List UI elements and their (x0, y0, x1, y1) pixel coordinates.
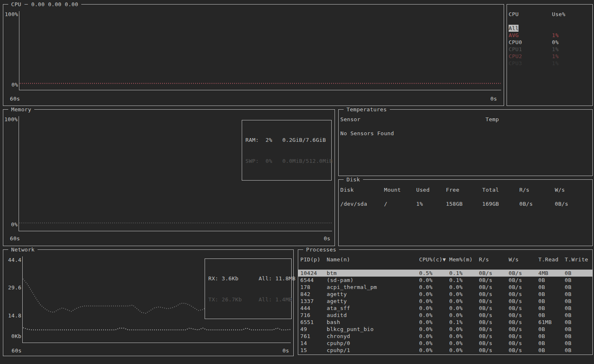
processes-panel[interactable]: Processes PID(p) Name(n) CPU%(c)▼ Mem%(m… (298, 249, 593, 355)
network-panel[interactable]: Network 44.4 29.6 14.8 0Kb RX: 3.6Kb All… (3, 249, 294, 356)
network-y-label-1: 14.8 (5, 312, 21, 319)
rx-legend-line: RX: 3.6Kb All: 11.8MB (208, 275, 288, 282)
cpu-cell: 0.0% (419, 277, 449, 284)
process-row[interactable]: 10424 btm 0.5% 0.1% 0B/s 0B/s 4MB 0B (298, 270, 592, 277)
cpu-x-right-label: 0s (490, 95, 497, 102)
read-rate-cell: 0B/s (479, 312, 509, 319)
process-row[interactable]: 6544 (sd-pam) 0.0% 0.1% 0B/s 0B/s 0B 0B (298, 277, 592, 284)
read-rate-cell: 0B/s (479, 333, 509, 340)
total-write-cell: 0B (565, 284, 592, 291)
process-row[interactable]: 444 ata_sff 0.0% 0.0% 0B/s 0B/s 0B 0B (298, 305, 592, 312)
ram-legend-line: RAM: 2% 0.2GiB/7.6GiB (245, 136, 328, 143)
cpu-name-cell: All (509, 25, 552, 32)
name-cell: bash (327, 319, 419, 326)
cpu-chart-area (19, 11, 501, 90)
disk-panel[interactable]: Disk Disk Mount Used Free Total R/s W/s … (338, 179, 593, 246)
total-write-cell: 0B (565, 270, 592, 277)
process-row[interactable]: 1337 agetty 0.0% 0.0% 0B/s 0B/s 0B 0B (298, 298, 592, 305)
cpu-legend-row[interactable]: All (509, 25, 592, 32)
cpu-legend-row[interactable]: CPU3 1% (509, 60, 592, 67)
disk-column-header: Disk (340, 186, 384, 193)
process-row[interactable]: 761 chronyd 0.0% 0.0% 0B/s 0B/s 0B 0B (298, 333, 592, 340)
total-read-cell: 0B (538, 312, 565, 319)
disk-cell: /dev/sda (340, 200, 384, 207)
read-rate-cell: 0B/s (479, 284, 509, 291)
disk-rows: /dev/sda / 1% 158GB 169GB 0B/s 0B/s (339, 200, 592, 207)
memory-panel[interactable]: Memory 100% 0% RAM: 2% 0.2GiB/7.6GiB SWP… (3, 109, 335, 246)
cpu-cell: 0.5% (419, 270, 449, 277)
temperatures-panel[interactable]: Temperatures Sensor Temp No Sensors Foun… (338, 109, 593, 176)
network-panel-title: Network (8, 246, 38, 253)
cpu-legend-header: CPU Use% (509, 11, 592, 18)
total-read-cell: 0B (538, 340, 565, 347)
write-rate-cell: 0B/s (509, 270, 538, 277)
write-rate-column-header[interactable]: W/s (509, 256, 538, 263)
disk-panel-title: Disk (344, 176, 363, 183)
total-write-cell: 0B (565, 312, 592, 319)
cpu-legend-panel[interactable]: CPU Use% All AVG 1% CPU0 0% CPU1 1% CPU2… (507, 4, 593, 106)
cpu-legend-row[interactable]: CPU1 1% (509, 46, 592, 53)
cpu-legend-row[interactable]: CPU0 0% (509, 39, 592, 46)
read-rate-cell: 0B/s (479, 277, 509, 284)
no-sensors-message: No Sensors Found (340, 130, 592, 137)
write-rate-cell: 0B/s (509, 340, 538, 347)
temperatures-header: Sensor Temp (340, 116, 592, 123)
network-y-label-2: 29.6 (5, 284, 21, 291)
total-read-cell: 0B (538, 347, 565, 354)
read-rate-cell: 0B/s (479, 291, 509, 298)
disk-row[interactable]: /dev/sda / 1% 158GB 169GB 0B/s 0B/s (339, 200, 592, 207)
cpu-column-header-sorted[interactable]: CPU%(c)▼ (419, 256, 449, 263)
write-rate-cell: 0B/s (509, 326, 538, 333)
memory-panel-title: Memory (8, 106, 34, 113)
cpu-use-cell: 1% (552, 53, 592, 60)
processes-spacer (298, 263, 592, 270)
read-rate-cell: 0B/s (479, 326, 509, 333)
cpu-chart (19, 11, 501, 90)
read-rate-cell: 0B/s (479, 340, 509, 347)
cpu-use-cell: 1% (552, 60, 592, 67)
total-read-cell: 61MB (538, 319, 565, 326)
process-row[interactable]: 842 agetty 0.0% 0.0% 0B/s 0B/s 0B 0B (298, 291, 592, 298)
process-row[interactable]: 49 blkcg_punt_bio 0.0% 0.0% 0B/s 0B/s 0B… (298, 326, 592, 333)
cpu-cell: 0.0% (419, 305, 449, 312)
process-row[interactable]: 14 cpuhp/0 0.0% 0.0% 0B/s 0B/s 0B 0B (298, 340, 592, 347)
cpu-legend-row[interactable]: CPU2 1% (509, 53, 592, 60)
network-x-left-label: 60s (12, 347, 21, 354)
pid-cell: 178 (300, 284, 327, 291)
process-row[interactable]: 15 cpuhp/1 0.0% 0.0% 0B/s 0B/s 0B 0B (298, 347, 592, 354)
cpu-cell: 0.0% (419, 326, 449, 333)
write-rate-cell: 0B/s (509, 277, 538, 284)
mem-cell: 0.0% (449, 326, 479, 333)
pid-cell: 15 (300, 347, 327, 354)
total-read-column-header[interactable]: T.Read (538, 256, 565, 263)
mount-cell: / (384, 200, 416, 207)
total-read-cell: 0B (538, 305, 565, 312)
pid-column-header[interactable]: PID(p) (300, 256, 327, 263)
mem-cell: 0.1% (449, 319, 479, 326)
write-rate-cell: 0B/s (555, 200, 592, 207)
cpu-cell: 0.0% (419, 284, 449, 291)
mount-column-header: Mount (384, 186, 416, 193)
name-cell: agetty (327, 298, 419, 305)
cpu-name-cell: CPU1 (509, 46, 552, 53)
write-rate-cell: 0B/s (509, 305, 538, 312)
name-column-header[interactable]: Name(n) (327, 256, 419, 263)
mem-column-header[interactable]: Mem%(m) (449, 256, 479, 263)
cpu-panel[interactable]: CPU ─ 0.00 0.00 0.00 100% 0% 60s 0s (3, 4, 504, 106)
process-row[interactable]: 6551 bash 0.0% 0.1% 0B/s 0B/s 61MB 0B (298, 319, 592, 326)
process-row[interactable]: 178 acpi_thermal_pm 0.0% 0.0% 0B/s 0B/s … (298, 284, 592, 291)
used-column-header: Used (416, 186, 446, 193)
cpu-legend-row[interactable]: AVG 1% (509, 32, 592, 39)
network-y-label-3: 44.4 (5, 256, 21, 263)
process-rows: 10424 btm 0.5% 0.1% 0B/s 0B/s 4MB 0B 654… (298, 270, 592, 354)
name-cell: auditd (327, 312, 419, 319)
write-rate-column-header: W/s (555, 186, 592, 193)
total-write-column-header[interactable]: T.Write (565, 256, 592, 263)
cpu-panel-title: CPU ─ 0.00 0.00 0.00 (8, 1, 81, 8)
mem-cell: 0.0% (449, 312, 479, 319)
total-write-cell: 0B (565, 319, 592, 326)
process-row[interactable]: 716 auditd 0.0% 0.0% 0B/s 0B/s 0B 0B (298, 312, 592, 319)
read-rate-column-header[interactable]: R/s (479, 256, 509, 263)
cpu-cell: 0.0% (419, 347, 449, 354)
sensor-column-header: Sensor (340, 116, 486, 123)
